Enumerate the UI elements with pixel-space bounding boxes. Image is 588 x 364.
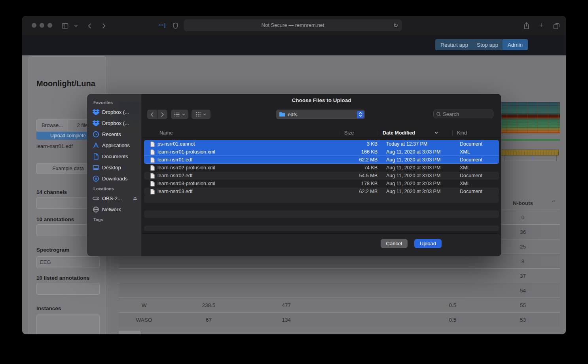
spectrogram-channel-select[interactable]: EEG: [36, 256, 100, 268]
file-icon: [150, 189, 155, 195]
tab-overview-icon[interactable]: [552, 21, 561, 30]
list-view-button[interactable]: [171, 110, 188, 119]
shield-icon[interactable]: [171, 21, 180, 30]
dialog-sidebar-item-recents[interactable]: Recents: [87, 129, 141, 140]
browser-window: ⋯| Not Secure — remnrem.net ↻ + Restart …: [22, 16, 566, 334]
disk-icon: [93, 195, 99, 202]
listed-annotations-label: 10 listed annotations: [36, 275, 116, 281]
table-row[interactable]: 54: [119, 283, 560, 298]
sort-icon[interactable]: ▴▾: [552, 199, 555, 203]
dialog-sidebar-item-dropbox[interactable]: Dropbox (...: [87, 106, 141, 118]
sidebar-section-favorites: Favorites: [87, 98, 141, 106]
dialog-sidebar-item-downloads[interactable]: Downloads: [87, 173, 141, 184]
appa-icon: [93, 142, 99, 149]
eject-icon[interactable]: ⏏: [133, 195, 137, 201]
sidebar-section-tags: Tags: [87, 215, 141, 224]
dialog-main: Choose Files to Upload edfs Search: [142, 94, 501, 256]
dialog-sidebar-item-network[interactable]: Network: [87, 204, 141, 215]
back-button[interactable]: [147, 110, 157, 119]
back-icon[interactable]: [85, 21, 94, 30]
file-icon: [150, 141, 155, 147]
dropbox-icon: [93, 109, 99, 116]
search-icon: [436, 112, 441, 117]
app-header: Restart app Stop app Admin: [22, 35, 566, 55]
dialog-toolbar: edfs Search: [142, 110, 501, 120]
desktop-icon: [93, 164, 99, 171]
column-date-modified[interactable]: Date Modified: [378, 130, 452, 136]
table-row[interactable]: 37: [119, 268, 560, 283]
folder-dropdown-value: edfs: [288, 112, 298, 118]
file-row-learn-nsrr01-edf[interactable]: learn-nsrr01.edf 62.2 MB Aug 11, 2020 at…: [144, 156, 499, 164]
file-row-ps-nsrr01-eannot[interactable]: ps-nsrr01.eannot 3 KB Today at 12:37 PM …: [144, 140, 499, 148]
dialog-footer: Cancel Upload: [142, 233, 501, 256]
page-title: Moonlight/Luna: [36, 79, 100, 88]
dialog-sidebar-item-desktop[interactable]: Desktop: [87, 162, 141, 173]
forward-button[interactable]: [157, 110, 167, 119]
reload-icon[interactable]: ↻: [393, 19, 398, 31]
empty-row: [144, 210, 499, 218]
folder-dropdown[interactable]: edfs: [276, 110, 365, 119]
listed-annotations-select[interactable]: [36, 283, 100, 295]
column-kind[interactable]: Kind: [453, 130, 467, 136]
minimize-window-button[interactable]: [40, 23, 44, 28]
file-icon: [150, 149, 155, 155]
dialog-sidebar-item-applications[interactable]: Applications: [87, 140, 141, 151]
file-row-learn-nsrr03-edf[interactable]: learn-nsrr03.edf 62.2 MB Aug 11, 2020 at…: [144, 188, 499, 195]
download-icon: [93, 175, 99, 182]
admin-button[interactable]: Admin: [503, 39, 528, 50]
sidebar-section-locations: Locations: [87, 184, 141, 193]
file-row-learn-nsrr01-profusion-xml[interactable]: learn-nsrr01-profusion.xml 166 KB Aug 11…: [144, 148, 499, 156]
file-icon: [150, 157, 155, 163]
address-bar-text: Not Secure — remnrem.net: [262, 22, 324, 28]
column-name[interactable]: Name: [142, 130, 340, 136]
chevron-down-icon[interactable]: [71, 21, 81, 30]
file-dialog: FavoritesDropbox (...Dropbox (...Recents…: [87, 94, 501, 256]
browser-toolbar: ⋯| Not Secure — remnrem.net ↻ +: [22, 16, 566, 35]
cancel-button[interactable]: Cancel: [381, 239, 408, 248]
empty-row: [144, 203, 499, 210]
empty-row: [144, 226, 499, 231]
zoom-window-button[interactable]: [47, 23, 52, 28]
dropbox-icon: [93, 120, 99, 127]
file-row-learn-nsrr03-profusion-xml[interactable]: learn-nsrr03-profusion.xml 178 KB Aug 11…: [144, 180, 499, 188]
stop-app-button[interactable]: Stop app: [472, 39, 503, 50]
dialog-title: Choose Files to Upload: [142, 94, 501, 103]
file-list-header: Name Size Date Modified Kind: [142, 129, 501, 137]
upload-button[interactable]: Upload: [414, 239, 442, 248]
dialog-sidebar: FavoritesDropbox (...Dropbox (...Recents…: [87, 94, 142, 256]
close-window-button[interactable]: [32, 23, 36, 28]
tab-group-icon[interactable]: ⋯|: [155, 21, 169, 30]
share-icon[interactable]: [522, 21, 531, 30]
file-row-learn-nsrr02-profusion-xml[interactable]: learn-nsrr02-profusion.xml 74 KB Aug 11,…: [144, 164, 499, 172]
file-icon: [150, 173, 155, 179]
empty-row: [144, 195, 499, 203]
globe-icon: [93, 206, 99, 213]
browse-button[interactable]: Browse...: [36, 119, 68, 131]
sidebar-toggle-icon[interactable]: [60, 21, 70, 30]
file-icon: [150, 181, 155, 187]
copy-button[interactable]: Copy: [119, 331, 140, 334]
search-input[interactable]: Search: [433, 110, 493, 118]
file-list: ps-nsrr01.eannot 3 KB Today at 12:37 PM …: [142, 140, 501, 231]
restart-app-button[interactable]: Restart app: [435, 39, 473, 50]
empty-row: [144, 218, 499, 226]
instances-select[interactable]: [36, 315, 100, 334]
dialog-sidebar-item-obs-2[interactable]: OBS-2...⏏: [87, 193, 141, 204]
dialog-sidebar-item-dropbox[interactable]: Dropbox (...: [87, 118, 141, 129]
forward-icon[interactable]: [99, 21, 108, 30]
new-tab-icon[interactable]: +: [537, 21, 546, 30]
address-bar[interactable]: Not Secure — remnrem.net ↻: [184, 19, 402, 31]
instances-label: Instances: [36, 305, 100, 311]
clock-icon: [93, 131, 99, 138]
file-row-learn-nsrr02-edf[interactable]: learn-nsrr02.edf 54.5 MB Aug 11, 2020 at…: [144, 172, 499, 180]
file-icon: [150, 165, 155, 171]
search-placeholder: Search: [443, 111, 459, 117]
table-row-w[interactable]: W238.54770.555: [119, 298, 560, 312]
icon-view-button[interactable]: [192, 110, 211, 119]
dropdown-stepper-icon: [357, 111, 364, 118]
sort-chevron-icon: [434, 131, 438, 135]
table-row-waso[interactable]: WASO671340.553: [119, 312, 560, 327]
dialog-sidebar-item-documents[interactable]: Documents: [87, 151, 141, 162]
column-size[interactable]: Size: [340, 130, 378, 136]
doc-icon: [93, 153, 99, 160]
